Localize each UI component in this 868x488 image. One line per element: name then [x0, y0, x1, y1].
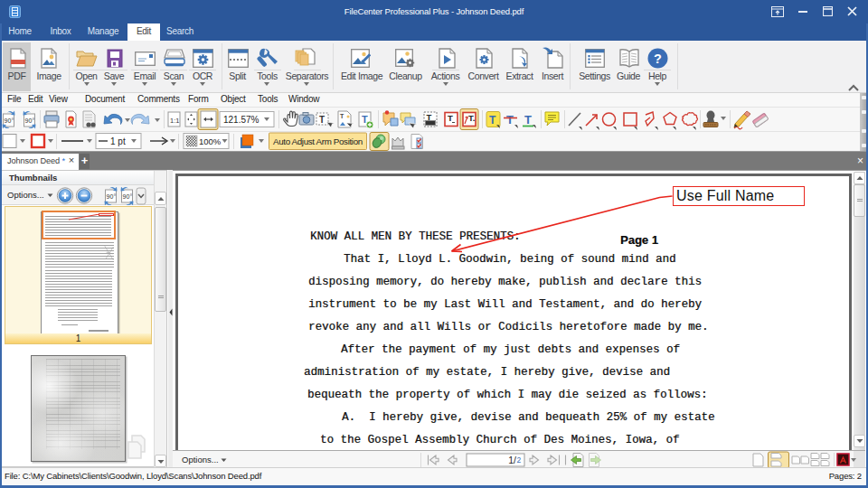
svg-text:T: T	[340, 113, 344, 119]
svg-text:2: 2	[517, 455, 522, 465]
svg-text:1 pt: 1 pt	[110, 136, 126, 146]
svg-text:T: T	[319, 115, 325, 125]
svg-text:121.57%: 121.57%	[223, 115, 259, 125]
svg-text:90°: 90°	[25, 117, 35, 124]
svg-text:90°: 90°	[5, 117, 14, 124]
svg-text:T.: T.	[468, 113, 475, 123]
svg-text:T: T	[524, 113, 532, 127]
svg-text:T: T	[489, 114, 496, 127]
svg-text:1/: 1/	[508, 455, 516, 465]
svg-text:T: T	[427, 112, 432, 122]
svg-text:1:1: 1:1	[170, 117, 179, 125]
svg-text:T: T	[506, 113, 514, 127]
svg-text:90°: 90°	[123, 193, 133, 200]
svg-text:100%: 100%	[199, 136, 222, 146]
svg-text:T: T	[448, 113, 453, 123]
svg-text:?: ?	[654, 52, 662, 66]
svg-text:Auto Adjust Arm Position: Auto Adjust Arm Position	[273, 136, 363, 146]
svg-text:90°: 90°	[107, 193, 117, 200]
